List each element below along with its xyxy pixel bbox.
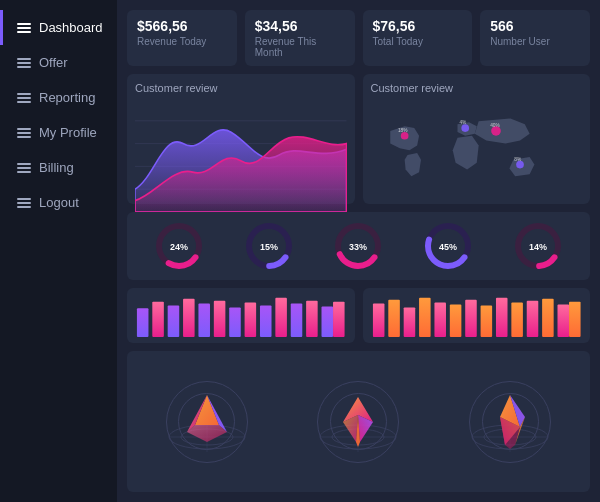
svg-rect-36 [275, 298, 287, 337]
svg-rect-49 [495, 298, 507, 337]
svg-point-60 [332, 429, 384, 445]
svg-point-5 [461, 124, 469, 132]
menu-icon [17, 58, 31, 68]
sidebar-label-billing: Billing [39, 160, 74, 175]
bar-chart-right-svg [371, 294, 583, 337]
bar-chart-left-svg [135, 294, 347, 337]
shape-container-3 [460, 387, 560, 457]
svg-text:4%: 4% [459, 120, 467, 125]
menu-icon [17, 163, 31, 173]
sidebar-label-dashboard: Dashboard [39, 20, 103, 35]
stat-value-revenue-today: $566,56 [137, 18, 227, 34]
sidebar-item-dashboard[interactable]: Dashboard [0, 10, 117, 45]
sidebar-item-logout[interactable]: Logout [0, 185, 117, 220]
sidebar-item-profile[interactable]: My Profile [0, 115, 117, 150]
stat-card-users: 566 Number User [480, 10, 590, 66]
svg-rect-39 [322, 306, 334, 337]
menu-icon [17, 23, 31, 33]
donut-item-2: 15% [243, 220, 295, 272]
area-chart-card: Customer review [127, 74, 355, 204]
donut-item-1: 24% [153, 220, 205, 272]
sidebar-label-reporting: Reporting [39, 90, 95, 105]
svg-rect-41 [372, 304, 384, 337]
svg-point-7 [516, 161, 524, 169]
svg-rect-37 [291, 304, 303, 337]
svg-text:15%: 15% [260, 242, 278, 252]
svg-point-56 [181, 429, 233, 445]
donut-item-3: 33% [332, 220, 384, 272]
world-map-svg: 18% 4% 40% 8% [371, 98, 583, 212]
sidebar-item-reporting[interactable]: Reporting [0, 80, 117, 115]
svg-rect-33 [229, 307, 241, 337]
stat-card-revenue-today: $566,56 Revenue Today [127, 10, 237, 66]
area-chart-svg [135, 98, 347, 212]
svg-rect-38 [306, 301, 318, 337]
svg-point-4 [400, 132, 408, 140]
svg-rect-29 [168, 305, 180, 337]
sidebar-label-logout: Logout [39, 195, 79, 210]
menu-icon [17, 128, 31, 138]
svg-point-63 [472, 425, 548, 449]
shape-container-1 [157, 387, 257, 457]
svg-rect-52 [542, 299, 554, 337]
shape-svg-3 [470, 387, 550, 457]
svg-rect-45 [434, 303, 446, 337]
svg-rect-51 [526, 301, 538, 337]
svg-rect-28 [152, 302, 164, 337]
svg-text:18%: 18% [397, 128, 407, 133]
menu-icon [17, 198, 31, 208]
world-map-card: Customer review [363, 74, 591, 204]
svg-rect-44 [419, 298, 431, 337]
svg-rect-31 [198, 304, 210, 337]
donut-chart-1: 24% [153, 220, 205, 272]
svg-rect-27 [137, 308, 149, 337]
svg-rect-53 [557, 305, 569, 337]
sidebar-item-billing[interactable]: Billing [0, 150, 117, 185]
stats-row: $566,56 Revenue Today $34,56 Revenue Thi… [127, 10, 590, 66]
stat-label-revenue-month: Revenue This Month [255, 36, 345, 58]
world-map-title: Customer review [371, 82, 583, 94]
svg-text:33%: 33% [349, 242, 367, 252]
svg-text:8%: 8% [514, 157, 522, 162]
svg-point-55 [169, 425, 245, 449]
svg-point-59 [320, 425, 396, 449]
main-content: $566,56 Revenue Today $34,56 Revenue Thi… [117, 0, 600, 502]
shapes-row [127, 351, 590, 492]
stat-label-revenue-today: Revenue Today [137, 36, 227, 47]
bars-row [127, 288, 590, 343]
sidebar-label-offer: Offer [39, 55, 68, 70]
svg-rect-42 [388, 300, 400, 337]
stat-label-total-today: Total Today [373, 36, 463, 47]
svg-text:14%: 14% [529, 242, 547, 252]
svg-rect-32 [214, 301, 226, 337]
sidebar-item-offer[interactable]: Offer [0, 45, 117, 80]
svg-rect-47 [465, 300, 477, 337]
svg-rect-50 [511, 303, 523, 337]
svg-rect-48 [480, 305, 492, 337]
stat-label-users: Number User [490, 36, 580, 47]
sidebar: Dashboard Offer Reporting My Profile Bil… [0, 0, 117, 502]
svg-rect-43 [403, 307, 415, 337]
donut-chart-4: 45% [422, 220, 474, 272]
stat-value-total-today: $76,56 [373, 18, 463, 34]
svg-rect-35 [260, 305, 272, 337]
shape-container-2 [308, 387, 408, 457]
svg-text:24%: 24% [170, 242, 188, 252]
area-chart-title: Customer review [135, 82, 347, 94]
bar-chart-left [127, 288, 355, 343]
donut-item-5: 14% [512, 220, 564, 272]
sidebar-label-profile: My Profile [39, 125, 97, 140]
donut-chart-3: 33% [332, 220, 384, 272]
svg-point-64 [484, 429, 536, 445]
bar-chart-right [363, 288, 591, 343]
donut-item-4: 45% [422, 220, 474, 272]
svg-rect-40 [333, 302, 345, 337]
charts-row: Customer review [127, 74, 590, 204]
stat-card-total-today: $76,56 Total Today [363, 10, 473, 66]
svg-text:40%: 40% [490, 123, 500, 128]
stat-value-users: 566 [490, 18, 580, 34]
stat-card-revenue-month: $34,56 Revenue This Month [245, 10, 355, 66]
stat-value-revenue-month: $34,56 [255, 18, 345, 34]
svg-rect-30 [183, 299, 195, 337]
shape-svg-2 [318, 387, 398, 457]
